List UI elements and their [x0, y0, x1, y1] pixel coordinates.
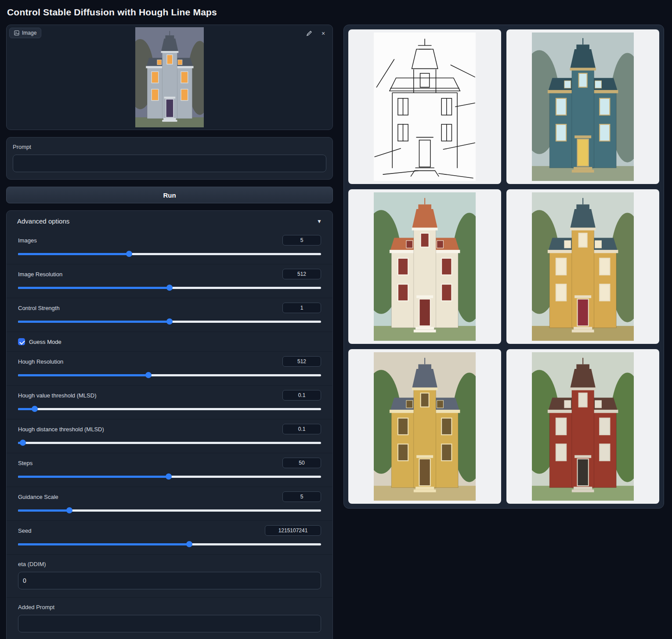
- eta-row: eta (DDIM): [7, 555, 332, 598]
- hough-line-map-image: [374, 32, 476, 181]
- slider-handle[interactable]: [126, 251, 132, 257]
- slider-track[interactable]: [18, 473, 321, 480]
- slider-track[interactable]: [18, 541, 321, 547]
- gallery-item-result-1[interactable]: [506, 29, 659, 184]
- slider-track[interactable]: [18, 251, 321, 257]
- slider-row-images: Images 5: [7, 231, 332, 264]
- gallery-item-result-5[interactable]: [506, 349, 659, 504]
- slider-fill: [18, 374, 148, 376]
- guess-mode-row: Guess Mode: [7, 332, 332, 352]
- image-input[interactable]: Image ×: [6, 25, 333, 130]
- generated-image: [374, 352, 476, 501]
- gallery-item-result-3[interactable]: [506, 189, 659, 344]
- prompt-label: Prompt: [13, 144, 326, 150]
- generated-image: [532, 192, 634, 341]
- edit-image-button[interactable]: [305, 29, 313, 37]
- slider-label: Hough Resolution: [18, 358, 63, 365]
- slider-label: Guidance Scale: [18, 494, 58, 500]
- prompt-block: Prompt: [6, 137, 333, 180]
- slider-label: Control Strength: [18, 305, 60, 311]
- added-prompt-input[interactable]: [18, 615, 321, 632]
- slider-track[interactable]: [18, 372, 321, 378]
- slider-value-input[interactable]: 1: [282, 303, 321, 313]
- slider-value-input[interactable]: 0.1: [282, 424, 321, 434]
- slider-handle[interactable]: [32, 406, 38, 412]
- slider-value-input[interactable]: 0.1: [282, 390, 321, 401]
- slider-row-control-strength: Control Strength 1: [7, 298, 332, 332]
- slider-row-hough-distance-threshold: Hough distance threshold (MLSD) 0.1: [7, 419, 332, 453]
- generated-image: [532, 352, 634, 501]
- slider-track[interactable]: [18, 318, 321, 325]
- slider-handle[interactable]: [166, 285, 173, 291]
- eta-input[interactable]: [18, 572, 321, 589]
- pencil-icon: [306, 30, 312, 36]
- advanced-options-header[interactable]: Advanced options ▼: [7, 211, 332, 231]
- advanced-options-panel: Advanced options ▼ Images 5: [6, 210, 333, 639]
- clear-image-button[interactable]: ×: [319, 29, 327, 37]
- slider-value-input[interactable]: 1215107241: [265, 525, 321, 536]
- slider-label: Hough distance threshold (MLSD): [18, 426, 104, 433]
- slider-fill: [18, 253, 129, 255]
- slider-handle[interactable]: [20, 440, 26, 446]
- image-input-label: Image: [22, 30, 36, 36]
- slider-value-input[interactable]: 512: [282, 269, 321, 279]
- guess-mode-label: Guess Mode: [29, 339, 61, 345]
- slider-rail: [18, 408, 321, 410]
- slider-fill: [18, 509, 69, 512]
- slider-fill: [18, 287, 170, 289]
- slider-handle[interactable]: [66, 507, 72, 513]
- slider-handle[interactable]: [166, 473, 172, 480]
- added-prompt-row: Added Prompt: [7, 598, 332, 639]
- slider-label: Seed: [18, 527, 31, 534]
- slider-row-hough-resolution: Hough Resolution 512: [7, 352, 332, 386]
- slider-handle[interactable]: [186, 541, 192, 547]
- uploaded-house-image: [135, 27, 204, 127]
- slider-track[interactable]: [18, 406, 321, 412]
- slider-label: Hough value threshold (MLSD): [18, 392, 96, 399]
- slider-value-input[interactable]: 50: [282, 458, 321, 468]
- slider-fill: [18, 321, 170, 323]
- run-button[interactable]: Run: [6, 187, 333, 203]
- slider-row-image-resolution: Image Resolution 512: [7, 264, 332, 298]
- eta-label: eta (DDIM): [18, 561, 321, 567]
- advanced-options-title: Advanced options: [17, 217, 69, 225]
- slider-row-hough-value-threshold: Hough value threshold (MLSD) 0.1: [7, 386, 332, 419]
- image-input-label-badge: Image: [9, 28, 41, 38]
- controls-column: Image × Prompt: [6, 25, 333, 639]
- image-icon: [14, 30, 19, 36]
- added-prompt-label: Added Prompt: [18, 604, 321, 610]
- slider-row-seed: Seed 1215107241: [7, 521, 332, 555]
- slider-row-guidance-scale: Guidance Scale 5: [7, 487, 332, 521]
- slider-value-input[interactable]: 512: [282, 356, 321, 367]
- x-icon: ×: [322, 30, 325, 36]
- gallery-item-result-4[interactable]: [348, 349, 501, 504]
- chevron-down-icon[interactable]: ▼: [317, 218, 322, 224]
- slider-label: Steps: [18, 460, 33, 466]
- gallery-item-hough-line-map[interactable]: [348, 29, 501, 184]
- prompt-input[interactable]: [13, 155, 326, 172]
- slider-handle[interactable]: [145, 372, 152, 378]
- output-column: [343, 25, 664, 509]
- result-gallery: [343, 25, 664, 509]
- slider-label: Images: [18, 237, 37, 244]
- slider-row-steps: Steps 50: [7, 453, 332, 487]
- slider-track[interactable]: [18, 285, 321, 291]
- slider-value-input[interactable]: 5: [282, 235, 321, 245]
- slider-track[interactable]: [18, 440, 321, 446]
- guess-mode-checkbox[interactable]: [18, 338, 25, 345]
- slider-label: Image Resolution: [18, 271, 62, 278]
- generated-image: [374, 192, 476, 341]
- page-title: Control Stable Diffusion with Hough Line…: [7, 7, 664, 18]
- slider-handle[interactable]: [166, 318, 173, 325]
- slider-value-input[interactable]: 5: [282, 491, 321, 502]
- slider-track[interactable]: [18, 507, 321, 513]
- slider-fill: [18, 476, 169, 478]
- slider-fill: [18, 543, 189, 545]
- app-page: Control Stable Diffusion with Hough Line…: [0, 0, 672, 639]
- slider-rail: [18, 442, 321, 444]
- gallery-item-result-2[interactable]: [348, 189, 501, 344]
- generated-image: [532, 32, 634, 181]
